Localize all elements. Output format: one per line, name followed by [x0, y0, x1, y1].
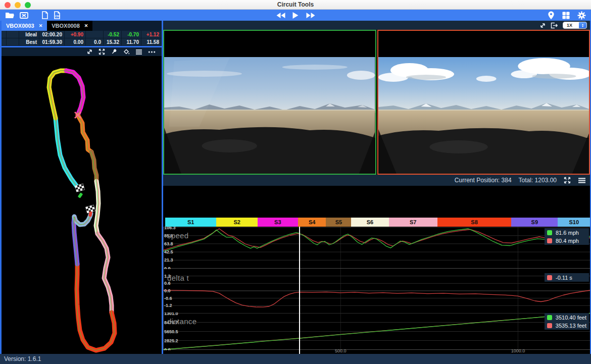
- distance-chart: distance 1301.08475.75650.52825.20.03510…: [163, 313, 590, 350]
- close-file-icon[interactable]: [20, 12, 28, 19]
- split-cell: -0.52: [104, 31, 122, 38]
- titlebar: Circuit Tools: [0, 0, 591, 10]
- map-more-icon[interactable]: [148, 50, 156, 54]
- video-frame-comparison[interactable]: [377, 30, 590, 175]
- split-cell: 0.00: [65, 38, 86, 46]
- chart-title: distance: [167, 317, 196, 326]
- position-cursor[interactable]: [299, 227, 300, 354]
- y-tick-label: 0.0: [164, 288, 171, 293]
- export-csv-icon[interactable]: CSV: [54, 11, 61, 19]
- split-cell: 0.0: [86, 38, 104, 46]
- video-comparison-area: [163, 30, 590, 175]
- sector-label: S2: [233, 219, 240, 225]
- y-tick-label: 1301.0: [164, 313, 178, 316]
- sector-segment-s6: S6: [351, 218, 388, 227]
- graph-menu-icon[interactable]: [578, 177, 586, 184]
- sector-label: S4: [309, 219, 315, 225]
- lap-time-cell: 02:00.20: [39, 31, 65, 38]
- graph-panel-header: Current Position: 384 Total: 1203.00: [163, 175, 590, 186]
- sector-bar: S1S2S3S4S5S6S7S8S9S10: [163, 218, 590, 227]
- video-expand-diagonal-icon[interactable]: [539, 22, 546, 29]
- status-bar: Version: 1.6.1: [0, 354, 591, 364]
- sector-segment-s10: S10: [558, 218, 590, 227]
- speed-chart: speed 106.385.063.842.521.30.081.6 mph80…: [163, 227, 590, 269]
- map-expand-full-icon[interactable]: [98, 48, 105, 55]
- lap-times-table: Ideal 02:00.20 +0.90 -0.52 -0.70 +1.12 B…: [2, 31, 162, 46]
- video-and-graph-panel: 1X ▲▼: [163, 21, 590, 354]
- tab-close-icon[interactable]: ✕: [39, 23, 43, 28]
- sector-segment-s4: S4: [298, 218, 326, 227]
- playback-speed-value: 1X: [563, 23, 579, 28]
- window-title: Circuit Tools: [277, 1, 314, 8]
- layout-grid-icon[interactable]: [562, 12, 570, 19]
- track-map[interactable]: [2, 56, 162, 354]
- row-label: Best: [19, 38, 39, 46]
- legend-value: 3535.13 feet: [556, 323, 586, 329]
- location-pin-icon[interactable]: [548, 11, 555, 20]
- tab-label: VBOX0008: [52, 23, 80, 29]
- sector-segment-s2: S2: [216, 218, 258, 227]
- split-cell: +0.90: [65, 31, 86, 38]
- legend-item: 80.4 mph: [547, 237, 586, 244]
- new-file-icon[interactable]: [41, 11, 48, 19]
- y-tick-label: 0.0: [164, 347, 171, 351]
- main-toolbar: CSV: [0, 10, 591, 21]
- settings-gear-icon[interactable]: [577, 11, 586, 20]
- map-paint-bucket-icon[interactable]: [123, 48, 130, 55]
- map-expand-diagonal-icon[interactable]: [86, 48, 93, 55]
- graph-expand-full-icon[interactable]: [564, 177, 571, 184]
- minimize-window-button[interactable]: [15, 2, 21, 8]
- legend-swatch: [547, 323, 552, 328]
- chart-title: speed: [167, 231, 188, 240]
- legend-item: 3535.13 feet: [547, 322, 586, 329]
- legend-swatch: [547, 238, 552, 243]
- tab-vbox0003[interactable]: VBOX0003 ✕: [2, 21, 47, 31]
- open-file-icon[interactable]: [5, 12, 15, 19]
- y-tick-label: 5650.5: [164, 329, 178, 334]
- tab-vbox0008[interactable]: VBOX0008 ✕: [47, 21, 92, 31]
- map-menu-icon[interactable]: [135, 49, 142, 55]
- speed-legend: 81.6 mph80.4 mph: [545, 228, 589, 245]
- dashcam-scene: [164, 31, 375, 174]
- sector-label: S6: [367, 219, 373, 225]
- stepper-arrows-icon[interactable]: ▲▼: [579, 22, 586, 29]
- delta-t-chart: delta t 1.20.60.0-0.6-1.2-0.11 s: [163, 269, 590, 313]
- graph-stack: speed 106.385.063.842.521.30.081.6 mph80…: [163, 227, 590, 354]
- split-cell: [86, 31, 104, 38]
- window-controls: [5, 2, 31, 8]
- car-position-marker: [78, 192, 83, 198]
- map-toolbar: [2, 47, 162, 56]
- sector-cyan: [56, 118, 78, 188]
- x-tick-label: 1000.0: [511, 348, 525, 353]
- play-button[interactable]: [292, 12, 299, 19]
- rewind-button[interactable]: [276, 12, 286, 19]
- fast-forward-button[interactable]: [306, 12, 316, 19]
- map-pin-icon[interactable]: [111, 48, 117, 55]
- sector-segment-s3: S3: [258, 218, 298, 227]
- video-export-icon[interactable]: [551, 22, 558, 29]
- y-tick-label: -0.6: [164, 296, 172, 301]
- distance-legend: 3510.40 feet3535.13 feet: [545, 313, 589, 330]
- sector-segment-s8: S8: [437, 218, 511, 227]
- sector-segment-s7: S7: [389, 218, 437, 227]
- y-tick-label: -1.2: [164, 303, 172, 308]
- current-position-text: Current Position: 384: [455, 177, 512, 184]
- close-window-button[interactable]: [5, 2, 11, 8]
- y-tick-label: 106.3: [164, 227, 176, 230]
- zoom-window-button[interactable]: [25, 2, 31, 8]
- split-cell: -0.70: [122, 31, 141, 38]
- video-frame-current[interactable]: [163, 30, 376, 175]
- delta-plot: [163, 269, 590, 313]
- table-row-ideal: Ideal 02:00.20 +0.90 -0.52 -0.70 +1.12: [2, 31, 162, 38]
- table-row-best: Best 01:59.30 0.00 0.0 15.32 11.70 11.58: [2, 38, 162, 46]
- sector-yellow: [49, 71, 66, 118]
- chart-title: delta t: [167, 274, 189, 282]
- video-panel-header: 1X ▲▼: [163, 21, 590, 30]
- playback-speed-stepper[interactable]: 1X ▲▼: [563, 22, 587, 29]
- row-label: Ideal: [19, 31, 39, 38]
- sector-segment-s5: S5: [326, 218, 351, 227]
- sector-label: S10: [569, 219, 579, 225]
- version-label: Version: 1.6.1: [4, 355, 41, 362]
- speed-plot: [163, 227, 590, 269]
- tab-close-icon[interactable]: ✕: [84, 23, 88, 28]
